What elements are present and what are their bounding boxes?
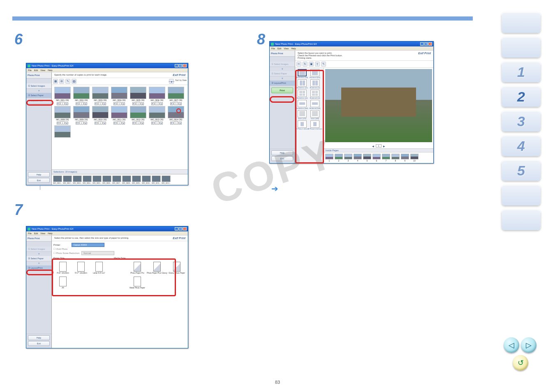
- prev-page-button[interactable]: ◀: [372, 145, 374, 148]
- next-page-button[interactable]: ▶: [383, 145, 385, 148]
- strip-thumbnail[interactable]: IMG_0011...: [152, 175, 161, 184]
- layout-option[interactable]: Bordered (x2): [309, 79, 321, 89]
- decrement-button[interactable]: ▾: [76, 122, 79, 125]
- strip-thumbnail[interactable]: IMG_0009...: [132, 175, 141, 184]
- layout-option[interactable]: Bordered (x4): [309, 90, 321, 99]
- nav-tab-4[interactable]: 4: [502, 136, 541, 156]
- nav-tab-blank-1[interactable]: [502, 12, 541, 33]
- prev-page-button[interactable]: ◁: [504, 337, 519, 353]
- nav-tab-3[interactable]: 3: [502, 111, 541, 131]
- thumbnail-item[interactable]: IMG_0013.CR2▾1▴: [148, 106, 166, 125]
- decrement-button[interactable]: ▾: [95, 102, 98, 105]
- nav-tab-5[interactable]: 5: [502, 160, 541, 181]
- increment-button[interactable]: ▴: [103, 102, 106, 105]
- menu-file[interactable]: File: [28, 69, 32, 71]
- strip-thumbnail[interactable]: IMG_0010...: [142, 175, 151, 184]
- crop-icon[interactable]: ▣: [309, 62, 314, 67]
- menu-view[interactable]: View: [40, 69, 45, 71]
- paper-size-option[interactable]: 4"x6" 10x15cm: [55, 262, 71, 274]
- thumbnail-item[interactable]: IMG_0012.CR2▾1▴: [129, 106, 147, 125]
- decrement-button[interactable]: ▾: [95, 122, 98, 125]
- close-button[interactable]: ✕: [183, 227, 187, 231]
- menu-help[interactable]: Help: [48, 232, 52, 235]
- back-button[interactable]: ↺: [513, 355, 528, 371]
- inside-page-thumbnail[interactable]: 5: [363, 154, 371, 162]
- increment-button[interactable]: ▴: [84, 102, 87, 105]
- increment-button[interactable]: ▴: [65, 102, 68, 105]
- thumbnail-item[interactable]: IMG_0008.CR2▾1▴: [53, 106, 72, 125]
- paper-size-option[interactable]: Letter 8.5"x11": [91, 262, 107, 274]
- layout-option[interactable]: Borderless (x4): [296, 90, 308, 99]
- menu-edit[interactable]: Edit: [278, 47, 281, 50]
- nav-tab-blank-3[interactable]: [502, 185, 541, 205]
- strip-thumbnail[interactable]: IMG_0005...: [92, 175, 102, 184]
- sidebar-step-layout-print[interactable]: ③ Layout/Print: [270, 81, 295, 86]
- menu-file[interactable]: File: [28, 232, 32, 235]
- inside-page-thumbnail[interactable]: 2: [335, 154, 343, 162]
- strip-thumbnail[interactable]: IMG_0012...: [162, 175, 171, 184]
- decrement-button[interactable]: ▾: [151, 102, 155, 105]
- strip-thumbnail[interactable]: IMG_0006...: [102, 175, 111, 184]
- decrement-button[interactable]: ▾: [132, 102, 136, 105]
- increment-button[interactable]: ▴: [141, 102, 144, 105]
- next-page-button[interactable]: ▷: [521, 337, 536, 353]
- help-button[interactable]: Help: [28, 172, 50, 177]
- thumbnail-item[interactable]: IMG_0002.CR2▾1▴: [72, 87, 90, 105]
- sidebar-step-select-paper[interactable]: ② Select Paper: [270, 71, 295, 76]
- slider-icon[interactable]: ─●─: [169, 79, 174, 84]
- thumbnail-item[interactable]: IMG_0011.CR2▾1▴: [110, 106, 128, 125]
- thumbnails-icon[interactable]: ▦: [53, 79, 58, 84]
- thumbnail-item[interactable]: IMG_0004.CR2▾1▴: [110, 87, 128, 105]
- layout-option[interactable]: Borderless (half): [296, 100, 308, 109]
- thumbnail-item[interactable]: IMG_0005.CR2▾1▴: [129, 87, 147, 105]
- decrement-button[interactable]: ▾: [57, 102, 60, 105]
- increment-button[interactable]: ▴: [122, 122, 125, 125]
- thumbnail-item[interactable]: IMG_0009.CR2▾1▴: [72, 106, 90, 125]
- close-button[interactable]: ✕: [428, 42, 432, 46]
- sidebar-step-layout-print[interactable]: ③ Layout/Print: [26, 98, 51, 104]
- increment-button[interactable]: ▴: [122, 102, 125, 105]
- layout-option[interactable]: Bordered (full): [309, 69, 321, 78]
- sidebar-step-select-paper[interactable]: ② Select Paper: [26, 93, 51, 98]
- media-type-option[interactable]: Matte Photo Paper: [130, 277, 145, 289]
- strip-thumbnail[interactable]: IMG_0008...: [122, 175, 131, 184]
- decrement-button[interactable]: ▾: [57, 122, 60, 125]
- thumbnail-item[interactable]: IMG_0003.CR2▾1▴: [91, 87, 109, 105]
- inside-page-thumbnail[interactable]: 9: [401, 154, 409, 162]
- media-type-option[interactable]: Photo Paper Plus Glossy: [149, 262, 165, 274]
- thumbnail-item[interactable]: [53, 125, 72, 138]
- close-button[interactable]: ✕: [183, 64, 187, 67]
- strip-thumbnail[interactable]: IMG_0001...: [53, 175, 62, 184]
- layout-option[interactable]: ID Photo 5.5x9.1cm: [309, 120, 321, 130]
- printer-select[interactable]: Canon XXXX: [72, 243, 104, 247]
- vivid-photo-checkbox[interactable]: ☐ Vivid Photo: [53, 248, 67, 250]
- media-type-option[interactable]: Photo Paper Pro: [130, 262, 145, 274]
- nav-tab-blank-2[interactable]: [502, 37, 541, 58]
- sidebar-step-layout-print[interactable]: ③ Layout/Print: [26, 265, 51, 271]
- exit-button[interactable]: Exit: [28, 341, 50, 346]
- sidebar-step-select-images[interactable]: ① Select Images: [26, 247, 51, 252]
- sidebar-step-select-images[interactable]: ① Select Images: [270, 62, 295, 67]
- menu-file[interactable]: File: [271, 47, 275, 50]
- paper-size-option[interactable]: A4: [55, 277, 71, 289]
- layout-option[interactable]: Index (x20): [296, 110, 308, 120]
- minimize-button[interactable]: _: [175, 227, 178, 231]
- inside-page-thumbnail[interactable]: 7: [382, 154, 390, 162]
- increment-button[interactable]: ▴: [65, 122, 68, 125]
- inside-page-thumbnail[interactable]: 8: [391, 154, 400, 162]
- sidebar-step-select-paper[interactable]: ② Select Paper: [26, 256, 51, 261]
- correct-icon[interactable]: ✎: [321, 62, 326, 67]
- inside-page-thumbnail[interactable]: 3: [344, 154, 352, 162]
- text-icon[interactable]: T: [315, 62, 320, 67]
- menu-edit[interactable]: Edit: [34, 232, 38, 235]
- menu-view[interactable]: View: [40, 232, 45, 235]
- print-settings-icon[interactable]: 🖼: [72, 79, 76, 84]
- media-type-option[interactable]: Glossy Photo Paper: [169, 262, 185, 274]
- decrement-button[interactable]: ▾: [151, 122, 155, 125]
- decrement-button[interactable]: ▾: [76, 102, 79, 105]
- inside-page-thumbnail[interactable]: 10: [410, 154, 419, 162]
- increment-button[interactable]: ▴: [178, 102, 182, 105]
- sidebar-step-select-images[interactable]: ① Select Images: [26, 83, 51, 89]
- inside-page-thumbnail[interactable]: 4: [354, 154, 362, 162]
- maximize-button[interactable]: ❐: [179, 64, 183, 67]
